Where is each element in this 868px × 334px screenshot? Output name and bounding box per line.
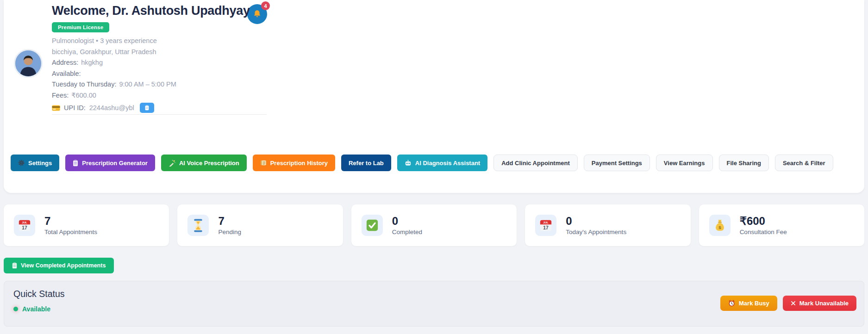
- stat-label: Completed: [392, 229, 422, 235]
- notification-count-badge: 4: [261, 1, 270, 10]
- scroll-icon: [260, 160, 267, 166]
- doctor-profile-card: 4 Welcome, Dr. Ashutosh Upadhyay Premium…: [4, 0, 864, 193]
- stat-card-completed: 0 Completed: [351, 204, 517, 246]
- action-label: Prescription Generator: [82, 160, 148, 167]
- action-label: Search & Filter: [783, 160, 825, 167]
- premium-license-badge: Premium License: [52, 22, 109, 32]
- stat-value: 7: [44, 215, 97, 227]
- button-label: Mark Busy: [739, 300, 769, 307]
- file-sharing-button[interactable]: File Sharing: [719, 155, 769, 171]
- payment-settings-button[interactable]: Payment Settings: [584, 155, 650, 171]
- gear-icon: [18, 160, 25, 166]
- stat-label: Pending: [218, 229, 241, 235]
- wand-icon: [169, 160, 175, 167]
- action-label: Payment Settings: [592, 160, 642, 167]
- page-title: Welcome, Dr. Ashutosh Upadhyay: [52, 4, 250, 18]
- svg-text:JUL: JUL: [22, 221, 27, 224]
- button-label: Mark Unavailable: [799, 300, 849, 307]
- clipboard-icon: [12, 262, 17, 269]
- calendar-icon: JUL 17: [535, 215, 556, 236]
- settings-button[interactable]: Settings: [11, 155, 59, 171]
- stat-card-consultation-fee: $ ₹600 Consultation Fee: [699, 204, 864, 246]
- svg-text:17: 17: [22, 225, 27, 230]
- action-buttons-row: Settings Prescription Generator: [11, 155, 833, 171]
- quick-status-title: Quick Status: [13, 289, 65, 299]
- svg-text:$: $: [718, 225, 721, 230]
- calendar-icon: JUL 17: [14, 215, 35, 236]
- schedule-line: Tuesday to Thursday: 9:00 AM – 5:00 PM: [52, 81, 250, 88]
- view-earnings-button[interactable]: View Earnings: [656, 155, 713, 171]
- mark-unavailable-button[interactable]: Mark Unavailable: [783, 296, 856, 311]
- action-label: Add Clinic Appointment: [501, 160, 570, 167]
- prescription-history-button[interactable]: Prescription History: [253, 155, 335, 171]
- check-icon: [362, 215, 383, 236]
- bell-icon: [252, 9, 262, 19]
- dashboard-page: 4 Welcome, Dr. Ashutosh Upadhyay Premium…: [0, 0, 868, 334]
- stats-row: JUL 17 7 Total Appointments 7: [4, 204, 864, 246]
- notifications-button[interactable]: 4: [247, 4, 267, 24]
- svg-text:17: 17: [543, 225, 549, 230]
- stat-label: Today's Appointments: [566, 229, 626, 235]
- copy-upi-button[interactable]: [140, 103, 154, 113]
- quick-status-card: Quick Status Available Mark Busy: [4, 281, 864, 327]
- action-label: View Earnings: [664, 160, 705, 167]
- prescription-generator-button[interactable]: Prescription Generator: [65, 155, 155, 171]
- add-clinic-appointment-button[interactable]: Add Clinic Appointment: [493, 155, 578, 171]
- stat-card-todays-appointments: JUL 17 0 Today's Appointments: [525, 204, 690, 246]
- stat-label: Total Appointments: [44, 229, 97, 235]
- ai-diagnosis-assistant-button[interactable]: AI Diagnosis Assistant: [397, 155, 487, 171]
- action-label: Settings: [28, 160, 52, 167]
- avatar-photo: [15, 50, 41, 76]
- upi-line: UPI ID: 2244ashu@ybl: [52, 103, 250, 113]
- x-icon: [791, 301, 796, 306]
- search-filter-button[interactable]: Search & Filter: [775, 155, 833, 171]
- status-label: Available: [22, 305, 50, 313]
- stat-card-total-appointments: JUL 17 7 Total Appointments: [4, 204, 169, 246]
- address-line: Address: hkgkhg: [52, 59, 250, 66]
- refer-to-lab-button[interactable]: Refer to Lab: [341, 155, 391, 171]
- availability-status: Available: [13, 305, 50, 313]
- stat-value: 7: [218, 215, 241, 227]
- stat-label: Consultation Fee: [740, 229, 787, 235]
- action-label: File Sharing: [727, 160, 761, 167]
- quick-status-buttons: Mark Busy Mark Unavailable: [720, 296, 856, 311]
- clipboard-icon: [145, 105, 149, 111]
- mark-busy-button[interactable]: Mark Busy: [720, 296, 777, 311]
- credit-card-icon: [52, 105, 60, 111]
- button-label: View Completed Appointments: [21, 262, 106, 269]
- svg-text:JUL: JUL: [543, 221, 549, 224]
- robot-icon: [405, 160, 412, 167]
- view-completed-appointments-button[interactable]: View Completed Appointments: [4, 258, 114, 273]
- stat-value: 0: [566, 215, 626, 227]
- stat-value: 0: [392, 215, 422, 227]
- hourglass-icon: [187, 215, 209, 236]
- specialty-line: Pulmonologist • 3 years experience: [52, 37, 250, 44]
- status-dot-icon: [13, 307, 18, 311]
- fees-line: Fees: ₹600.00: [52, 92, 250, 99]
- profile-divider: [52, 114, 267, 115]
- stat-value: ₹600: [740, 215, 787, 227]
- doctor-info: Welcome, Dr. Ashutosh Upadhyay Premium L…: [52, 4, 250, 117]
- action-label: Prescription History: [270, 160, 328, 167]
- ai-voice-prescription-button[interactable]: AI Voice Prescription: [161, 155, 247, 171]
- action-label: AI Diagnosis Assistant: [415, 160, 480, 167]
- action-label: AI Voice Prescription: [179, 160, 239, 167]
- alarm-clock-icon: [728, 300, 735, 307]
- money-bag-icon: $: [709, 215, 731, 236]
- location-line: bicchiya, Gorakhpur, Uttar Pradesh: [52, 49, 250, 56]
- stat-card-pending: 7 Pending: [177, 204, 343, 246]
- available-line: Available:: [52, 70, 250, 77]
- clipboard-icon: [73, 160, 78, 167]
- avatar: [14, 49, 43, 78]
- action-label: Refer to Lab: [349, 160, 384, 167]
